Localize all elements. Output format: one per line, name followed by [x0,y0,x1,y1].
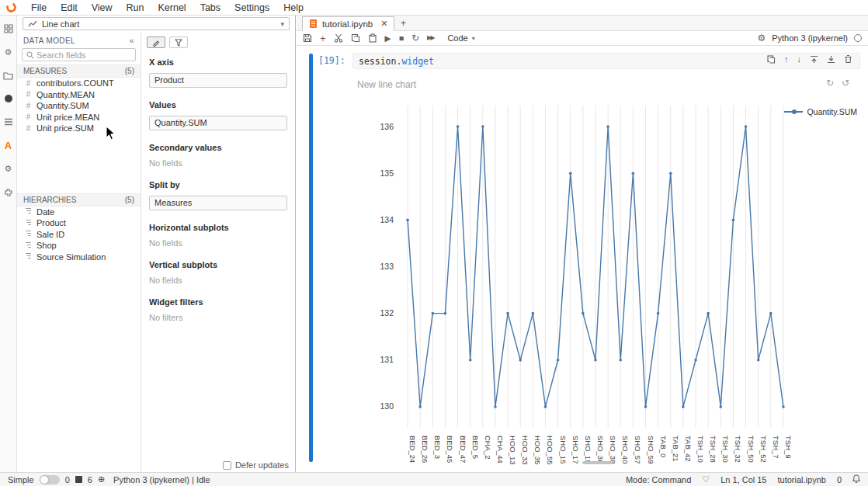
measure-item[interactable]: #contributors.COUNT [17,78,141,89]
notebook-toolbar: + ▶ ■ ↻ ▶▶ Code ▾ ⚙ Python 3 (ipykernel) [297,31,868,46]
command-mode-indicator[interactable]: Mode: Command [626,475,691,484]
measures-header[interactable]: MEASURES (5) [17,64,141,78]
toolbar-settings-icon[interactable]: ⚙ [757,33,766,43]
widget-type-select[interactable]: Line chart ▾ [23,17,290,30]
svg-text:TSH_10: TSH_10 [696,436,705,463]
widget-filters-label: Widget filters [149,297,287,307]
hierarchy-item[interactable]: Sale ID [17,229,141,241]
collapse-panel-icon[interactable]: « [129,36,134,45]
svg-text:BED_3: BED_3 [433,436,442,459]
restart-kernel-button[interactable]: ↻ [411,33,419,43]
hierarchy-item[interactable]: Shop [17,240,141,252]
new-tab-button[interactable]: + [394,16,411,30]
extensions-icon[interactable] [3,186,14,197]
add-cell-button[interactable]: + [320,33,326,43]
vertical-subplots-field[interactable]: No fields [149,276,287,285]
search-icon [26,51,33,59]
widget-filters-field[interactable]: No filters [149,313,287,322]
measure-item[interactable]: #Quantity.MEAN [17,89,141,101]
move-cell-down-button[interactable]: ↓ [797,54,802,64]
measure-icon: # [25,90,32,99]
running-sessions-icon[interactable] [3,93,14,104]
widgets-icon[interactable] [3,23,14,34]
svg-text:BED_26: BED_26 [421,436,429,463]
svg-text:133: 133 [380,262,394,271]
menu-settings[interactable]: Settings [227,2,276,13]
cut-cells-button[interactable] [334,33,343,43]
measure-item[interactable]: #Unit price.MEAN [17,112,141,123]
simple-mode-toggle[interactable] [40,475,60,484]
edit-tab[interactable] [147,36,165,48]
kernels-count[interactable]: 6 [88,475,92,484]
menu-run[interactable]: Run [120,2,151,13]
measure-item[interactable]: #Quantity.SUM [17,100,141,112]
svg-text:BED_24: BED_24 [408,436,417,463]
values-field[interactable]: Quantity.SUM [149,116,287,130]
svg-text:CHA_2: CHA_2 [484,436,492,460]
move-cell-up-button[interactable]: ↑ [784,54,789,64]
x-axis-field[interactable]: Product [149,73,287,88]
terminals-count[interactable]: 0 [65,475,70,484]
search-fields-input[interactable] [36,50,131,60]
undo-refresh-icon[interactable]: ↺ [842,78,849,89]
insert-cell-above-button[interactable] [810,54,818,64]
hierarchy-item[interactable]: Source Simulation [17,252,141,263]
svg-text:TSH_52: TSH_52 [759,436,768,463]
search-fields-box[interactable] [22,48,136,61]
horizontal-subplots-field[interactable]: No fields [149,238,287,248]
measure-item[interactable]: #Unit price.SUM [17,123,141,134]
run-cell-button[interactable]: ▶ [385,34,391,43]
measure-icon: # [25,113,32,121]
insert-cell-below-button[interactable] [827,54,835,64]
active-filename: tutorial.ipynb [778,475,826,484]
svg-text:SHO_17: SHO_17 [571,436,580,463]
delete-cell-button[interactable] [844,54,852,64]
menu-help[interactable]: Help [276,2,311,13]
document-tab-bar: tutorial.ipynb ✕ + [297,16,868,31]
bell-icon[interactable] [852,474,860,484]
filter-tab[interactable] [169,36,188,48]
notebook-icon [309,19,318,29]
cell-type-select[interactable]: Code ▾ [447,33,474,43]
menu-tabs[interactable]: Tabs [193,2,227,13]
cursor-position[interactable]: Ln 1, Col 15 [720,475,766,484]
save-button[interactable] [303,33,312,43]
hierarchy-item[interactable]: Product [17,217,141,229]
defer-updates-checkbox[interactable] [223,461,231,470]
table-of-contents-icon[interactable] [3,116,14,127]
chart-config-panel: X axis Product Values Quantity.SUM Secon… [141,33,295,472]
kernel-name[interactable]: Python 3 (ipykernel) [772,33,848,43]
copy-cells-button[interactable] [351,33,360,43]
svg-text:132: 132 [380,308,394,318]
paste-cells-button[interactable] [368,33,377,43]
tab-tutorial-ipynb[interactable]: tutorial.ipynb ✕ [302,16,394,31]
close-tab-icon[interactable]: ✕ [380,19,387,29]
legend-label: Quantity.SUM [807,107,857,116]
property-inspector-icon[interactable]: ⚙ [3,163,14,174]
tools-icon[interactable]: ⚙ [3,47,14,57]
hierarchy-item[interactable]: Date [17,207,141,218]
selected-cell-indicator[interactable] [309,54,313,462]
chart-legend[interactable]: Quantity.SUM [784,107,857,116]
menu-edit[interactable]: Edit [54,2,85,13]
refresh-icon[interactable]: ↻ [826,78,834,89]
hierarchy-icon [25,230,32,238]
duplicate-cell-button[interactable] [767,54,776,64]
data-model-panel: DATA MODEL « MEASURES (5) #contributors.… [17,33,141,472]
menu-kernel[interactable]: Kernel [151,2,193,13]
hierarchies-header[interactable]: HIERARCHIES (5) [17,193,141,207]
menu-view[interactable]: View [85,2,120,13]
notifications-count[interactable]: 0 [837,475,842,484]
menu-file[interactable]: File [24,2,54,13]
files-icon[interactable] [3,70,14,81]
interrupt-kernel-button[interactable]: ■ [399,34,404,43]
secondary-values-field[interactable]: No fields [149,158,287,168]
kernel-status-icon[interactable] [854,34,862,42]
restart-run-all-button[interactable]: ▶▶ [427,35,433,41]
atoti-icon[interactable]: A [3,140,14,151]
line-chart[interactable]: BED_24BED_26BED_3BED_45BED_47BED_5CHA_2C… [318,92,860,472]
split-by-field[interactable]: Measures [149,196,287,210]
kernel-status-text[interactable]: Python 3 (ipykernel) | Idle [113,475,210,484]
svg-text:SHO_38: SHO_38 [609,436,617,463]
scroll-handle[interactable] [582,461,612,464]
